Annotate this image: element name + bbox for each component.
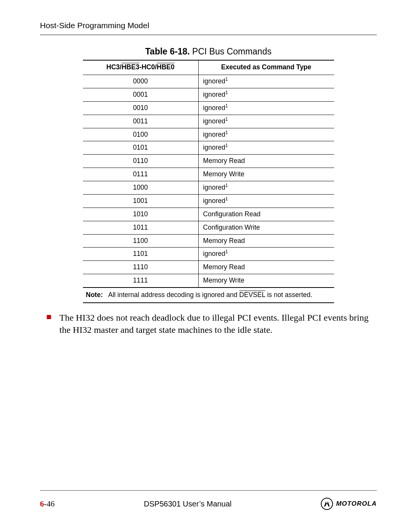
table-row: 0110Memory Read: [83, 155, 334, 168]
col1-part-b: HBE3: [121, 63, 139, 71]
cell-cmd: Configuration Write: [198, 221, 334, 234]
page-subnum: -46: [44, 499, 55, 508]
caption-title: PCI Bus Commands: [190, 46, 272, 56]
footnote-ref: 1: [225, 143, 228, 149]
bullet-item: The HI32 does not reach deadlock due to …: [47, 312, 377, 336]
table-row: 1100Memory Read: [83, 234, 334, 248]
footnote-ref: 1: [225, 196, 228, 201]
cell-code: 1101: [83, 248, 199, 261]
cell-cmd: ignored1: [198, 141, 334, 155]
cell-cmd: ignored1: [198, 88, 334, 101]
brand-text: MOTOROLA: [336, 500, 377, 508]
footer-row: 6-46 DSP56301 User’s Manual MOTOROLA: [40, 498, 377, 510]
table-row: 1010Configuration Read: [83, 208, 334, 221]
table-row: 0111Memory Write: [83, 168, 334, 181]
cell-code: 0111: [83, 168, 199, 181]
table-row: 0011ignored1: [83, 115, 334, 128]
note-label: Note:: [86, 291, 103, 299]
cell-code: 0011: [83, 115, 199, 128]
table-footnote: Note:All internal address decoding is ig…: [83, 288, 334, 303]
cell-cmd: Memory Write: [198, 168, 334, 181]
cell-cmd: Memory Read: [198, 234, 334, 248]
cell-cmd: ignored1: [198, 128, 334, 141]
page-footer: 6-46 DSP56301 User’s Manual MOTOROLA: [40, 490, 377, 510]
table-row: 0000ignored1: [83, 75, 334, 88]
col-header-code: HC3/HBE3-HC0/HBE0: [83, 60, 199, 75]
cell-cmd: Memory Read: [198, 261, 334, 274]
footnote-ref: 1: [225, 130, 228, 135]
footnote-ref: 1: [225, 77, 228, 82]
table-row: 0001ignored1: [83, 88, 334, 101]
col1-part-a: HC3/: [107, 63, 122, 71]
table-row: 1000ignored1: [83, 181, 334, 195]
note-text-a: All internal address decoding is ignored…: [108, 291, 239, 299]
motorola-logo-icon: [321, 498, 333, 510]
cell-code: 1001: [83, 194, 199, 208]
table-caption: Table 6-18. PCI Bus Commands: [40, 46, 377, 57]
bullet-text: The HI32 does not reach deadlock due to …: [59, 312, 377, 336]
table-row: 1111Memory Write: [83, 274, 334, 288]
cell-code: 1111: [83, 274, 199, 288]
col-header-cmd: Executed as Command Type: [198, 60, 334, 75]
table-row: 0101ignored1: [83, 141, 334, 155]
footnote-ref: 1: [225, 249, 228, 255]
table-row: 1001ignored1: [83, 194, 334, 208]
cell-cmd: ignored1: [198, 101, 334, 115]
caption-number: Table 6-18.: [145, 46, 190, 56]
cell-cmd: ignored1: [198, 115, 334, 128]
table-row: 1110Memory Read: [83, 261, 334, 274]
cell-code: 0101: [83, 141, 199, 155]
cell-cmd: Memory Write: [198, 274, 334, 288]
cell-code: 1010: [83, 208, 199, 221]
table-wrap: HC3/HBE3-HC0/HBE0 Executed as Command Ty…: [83, 60, 334, 303]
page: Host-Side Programming Model Table 6-18. …: [0, 0, 411, 532]
cell-cmd: ignored1: [198, 248, 334, 261]
running-head: Host-Side Programming Model: [40, 21, 377, 30]
note-text-c: is not asserted.: [265, 291, 312, 299]
cell-code: 1100: [83, 234, 199, 248]
table-row: 0010ignored1: [83, 101, 334, 115]
cell-code: 0001: [83, 88, 199, 101]
brand: MOTOROLA: [321, 498, 377, 510]
table-body: 0000ignored10001ignored10010ignored10011…: [83, 75, 334, 288]
note-devsel: DEVSEL: [239, 291, 265, 299]
footnote-ref: 1: [225, 90, 228, 95]
cell-code: 0110: [83, 155, 199, 168]
col1-part-d: HBE0: [157, 63, 175, 71]
cell-code: 0100: [83, 128, 199, 141]
doc-title: DSP56301 User’s Manual: [144, 500, 232, 508]
header-rule: [40, 35, 377, 35]
table-row: 0100ignored1: [83, 128, 334, 141]
table-row: 1101ignored1: [83, 248, 334, 261]
cell-cmd: ignored1: [198, 75, 334, 88]
cell-cmd: Configuration Read: [198, 208, 334, 221]
square-bullet-icon: [47, 315, 51, 319]
page-number: 6-46: [40, 499, 55, 509]
cell-code: 1000: [83, 181, 199, 195]
cell-code: 0010: [83, 101, 199, 115]
pci-bus-commands-table: HC3/HBE3-HC0/HBE0 Executed as Command Ty…: [83, 60, 334, 303]
col1-part-c: -HC0/: [139, 63, 157, 71]
cell-cmd: Memory Read: [198, 155, 334, 168]
cell-cmd: ignored1: [198, 194, 334, 208]
footer-rule: [40, 490, 377, 491]
cell-code: 0000: [83, 75, 199, 88]
table-row: 1011Configuration Write: [83, 221, 334, 234]
page-chapter: 6: [40, 499, 44, 508]
cell-code: 1011: [83, 221, 199, 234]
footnote-ref: 1: [225, 117, 228, 122]
cell-code: 1110: [83, 261, 199, 274]
footnote-ref: 1: [225, 183, 228, 188]
footnote-ref: 1: [225, 103, 228, 109]
cell-cmd: ignored1: [198, 181, 334, 195]
